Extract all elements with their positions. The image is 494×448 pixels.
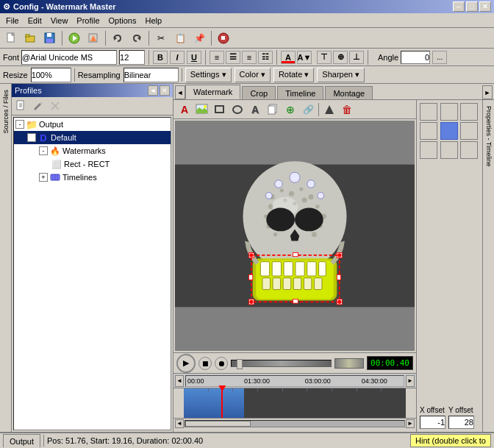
align-left-button[interactable]: ≡ xyxy=(210,51,224,64)
sources-files-side-tab[interactable]: Sources / Files xyxy=(0,84,12,432)
tree-output[interactable]: - 📁 Output xyxy=(14,118,171,131)
play-transport-button[interactable]: ▶ xyxy=(176,354,196,373)
stop-transport-button[interactable]: ⏹ xyxy=(198,357,212,370)
save-button[interactable] xyxy=(41,30,59,46)
scroll-right-button[interactable]: ► xyxy=(406,419,415,428)
bold-button[interactable]: B xyxy=(153,51,168,64)
properties-side-tab[interactable]: Properties - Timeline xyxy=(482,100,494,432)
font-size-input[interactable] xyxy=(119,50,145,65)
minimize-button[interactable]: ─ xyxy=(453,1,465,12)
y-offset-input[interactable] xyxy=(448,416,474,429)
render-button[interactable] xyxy=(85,30,102,46)
stop-button[interactable] xyxy=(215,30,232,46)
menu-file[interactable]: File xyxy=(1,15,24,26)
offset-cell-2-1[interactable] xyxy=(440,141,458,159)
offset-cell-0-2[interactable] xyxy=(460,103,478,121)
x-offset-input[interactable] xyxy=(420,416,445,429)
open-button[interactable] xyxy=(22,30,40,46)
offset-cell-1-0[interactable] xyxy=(420,122,437,140)
wm-rect-button[interactable] xyxy=(212,102,228,117)
timeline-block[interactable] xyxy=(184,388,244,418)
wm-arrow-button[interactable] xyxy=(321,102,337,117)
sharpen-button[interactable]: Sharpen ▾ xyxy=(317,68,365,82)
cut-button[interactable]: ✂ xyxy=(152,30,170,46)
menu-help[interactable]: Help xyxy=(140,15,166,26)
profiles-close-button[interactable]: ✕ xyxy=(160,85,170,96)
tree-watermarks[interactable]: - 🔥 Watermarks xyxy=(14,144,171,157)
default-expander[interactable]: - xyxy=(27,133,36,142)
sources-files-label[interactable]: Sources / Files xyxy=(1,87,10,137)
wm-ellipse-button[interactable] xyxy=(229,102,246,117)
wm-text-button[interactable]: A xyxy=(176,102,193,117)
tl-expander[interactable]: + xyxy=(39,173,48,182)
settings-button[interactable]: Settings ▾ xyxy=(185,68,232,82)
wm-image-button[interactable] xyxy=(194,102,210,117)
resample-input[interactable] xyxy=(124,68,179,82)
undo-button[interactable] xyxy=(109,30,126,46)
font-color-button[interactable]: A xyxy=(281,51,296,64)
profiles-delete-button[interactable] xyxy=(47,99,63,113)
wm-add-button[interactable]: ⊕ xyxy=(282,102,298,117)
scroll-left-button[interactable]: ◄ xyxy=(175,419,184,428)
rotate-button[interactable]: Rotate ▾ xyxy=(273,68,314,82)
tab-watermark[interactable]: Watermark xyxy=(185,85,240,99)
paste-button[interactable]: 📌 xyxy=(190,30,208,46)
copy-button[interactable]: 📋 xyxy=(171,30,189,46)
angle-more-button[interactable]: ... xyxy=(432,51,447,64)
timeline-next-button[interactable]: ► xyxy=(406,375,415,387)
transport-track[interactable] xyxy=(231,360,332,367)
tree-default[interactable]: - D Default xyxy=(14,131,171,144)
font-name-input[interactable] xyxy=(21,50,117,65)
align-top-button[interactable]: ⊤ xyxy=(317,51,332,64)
align-right-button[interactable]: ≡ xyxy=(242,51,257,64)
scroll-track[interactable] xyxy=(185,420,405,427)
new-button[interactable] xyxy=(3,30,21,46)
maximize-button[interactable]: □ xyxy=(466,1,478,12)
wm-styled-text-button[interactable]: A xyxy=(247,102,263,117)
menu-view[interactable]: View xyxy=(46,15,73,26)
tab-crop[interactable]: Crop xyxy=(242,86,276,99)
font-bg-button[interactable]: A▼ xyxy=(297,51,312,64)
output-expander[interactable]: - xyxy=(15,120,24,129)
redo-button[interactable] xyxy=(128,30,146,46)
resize-input[interactable] xyxy=(31,68,71,82)
tab-timeline[interactable]: Timeline xyxy=(277,86,323,99)
underline-button[interactable]: U xyxy=(187,51,201,64)
align-center-button[interactable]: ☰ xyxy=(226,51,240,64)
output-tab[interactable]: Output xyxy=(3,434,40,447)
gain-slider[interactable] xyxy=(334,358,364,369)
wm-copy-button[interactable] xyxy=(265,102,281,117)
menu-profile[interactable]: Profile xyxy=(72,15,104,26)
justify-button[interactable]: ☷ xyxy=(258,51,273,64)
menu-edit[interactable]: Edit xyxy=(24,15,46,26)
properties-timeline-label[interactable]: Properties - Timeline xyxy=(484,103,493,170)
profiles-edit-button[interactable] xyxy=(30,99,46,113)
offset-cell-1-2[interactable] xyxy=(460,122,478,140)
play-button[interactable] xyxy=(65,30,83,46)
tab-next-arrow[interactable]: ► xyxy=(482,85,493,99)
offset-cell-1-1[interactable] xyxy=(440,122,458,140)
offset-cell-0-1[interactable] xyxy=(440,103,458,121)
scroll-thumb[interactable] xyxy=(185,421,251,427)
color-button[interactable]: Color ▾ xyxy=(235,68,271,82)
timeline-prev-button[interactable]: ◄ xyxy=(175,375,184,387)
tab-montage[interactable]: Montage xyxy=(325,86,373,99)
close-button[interactable]: ✕ xyxy=(479,1,491,12)
italic-button[interactable]: I xyxy=(170,51,185,64)
menu-options[interactable]: Options xyxy=(104,15,141,26)
profiles-new-button[interactable] xyxy=(13,99,29,113)
wm-expander[interactable]: - xyxy=(39,146,48,155)
transport-thumb[interactable] xyxy=(237,359,243,369)
wm-link-button[interactable]: 🔗 xyxy=(300,102,316,117)
offset-cell-0-0[interactable] xyxy=(420,103,437,121)
align-middle-button[interactable]: ⊕ xyxy=(333,51,348,64)
record-transport-button[interactable]: ⏺ xyxy=(215,357,228,370)
profiles-tree[interactable]: - 📁 Output - D Default - 🔥 Watermarks xyxy=(13,117,171,430)
tab-prev-arrow[interactable]: ◄ xyxy=(175,85,185,99)
offset-cell-2-0[interactable] xyxy=(420,141,437,159)
align-bottom-button[interactable]: ⊥ xyxy=(349,51,364,64)
tree-rect-rect[interactable]: ⬜ Rect - RECT xyxy=(14,157,171,171)
angle-input[interactable] xyxy=(401,51,430,64)
profiles-collapse-button[interactable]: ◄ xyxy=(148,85,158,96)
offset-cell-2-2[interactable] xyxy=(460,141,478,159)
